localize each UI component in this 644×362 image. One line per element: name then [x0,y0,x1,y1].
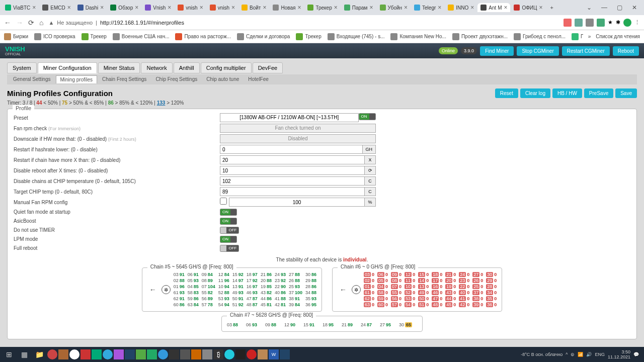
sub-tab[interactable]: Mining profiles [56,75,97,83]
url-text[interactable]: http://192.168.1.91/#/minerprofiles [100,20,184,26]
task-icon[interactable] [80,349,91,359]
bookmark-item[interactable]: Сделки и договора [237,33,290,40]
close-icon[interactable]: × [470,4,474,11]
sub-tab[interactable]: General Settings [9,75,55,83]
lpm-toggle[interactable]: ON [220,236,237,243]
preset-select[interactable]: [1380W AB-OFF / 1210W AB-ON] [~13.5TH] [220,113,359,122]
star-icon[interactable]: ★ [608,19,613,26]
bookmark-item[interactable]: Входящие (745) - s... [328,33,385,40]
close-icon[interactable]: × [135,4,138,11]
close-icon[interactable]: × [200,4,203,11]
main-tab[interactable]: System [7,62,37,73]
task-icon[interactable]: ▦ [17,348,31,361]
insecure-icon[interactable]: ▲ [48,20,54,26]
browser-tab[interactable]: EMCD× [39,3,73,12]
bookmark-item[interactable]: Трекер [82,33,107,40]
fullreboot-toggle[interactable]: OFF [220,245,239,252]
sub-tab[interactable]: Chain Freq Settings [98,75,150,83]
browser-tab[interactable]: ОФИЦ× [511,3,545,12]
browser-tab[interactable]: Обзор× [107,3,141,12]
main-tab[interactable]: Anthill [174,62,200,73]
close-icon[interactable]: × [539,4,542,11]
browser-tab[interactable]: Vnish× [142,3,174,12]
reload-icon[interactable]: ⟳ [28,19,34,27]
close-icon[interactable]: × [334,4,338,11]
bookmark-item[interactable]: Право на расторж... [175,33,230,40]
preset-toggle[interactable]: ON [359,113,376,120]
browser-tab[interactable]: Новая× [270,3,304,12]
manual-fan-checkbox[interactable] [220,198,227,205]
extensions-icon[interactable]: ✱ [616,19,620,26]
ext-icon[interactable] [564,19,572,27]
close-window-button[interactable]: ✕ [627,2,642,14]
task-icon[interactable] [247,349,257,359]
lang-indicator[interactable]: ENG [595,352,605,357]
task-icon[interactable] [280,349,290,359]
browser-tab[interactable]: Трекер× [304,3,340,12]
browser-tab[interactable]: vnish× [207,3,238,12]
reset-button[interactable]: Reset [495,88,518,98]
back-icon[interactable]: ← [4,19,11,27]
maximize-button[interactable]: ▢ [612,2,627,14]
telegram-icon[interactable] [158,349,168,359]
save-button[interactable]: Save [615,88,637,98]
bookmark-item[interactable]: Проект двухэтажн... [452,33,508,40]
browser-tab[interactable]: Dashi× [74,3,107,12]
new-tab-button[interactable]: + [546,5,557,11]
bookmark-item[interactable]: ICO проверка [34,33,75,40]
find-miner-button[interactable]: Find Miner [480,46,514,56]
browser-tab[interactable]: Войт× [238,3,269,12]
task-icon[interactable]: ₿ [213,349,223,359]
task-icon[interactable] [136,349,146,359]
notifications-icon[interactable]: 💬 [633,352,639,357]
asicboost-toggle[interactable]: ON [220,218,237,225]
browser-tab[interactable]: Telegr× [411,3,444,12]
task-icon[interactable] [92,349,102,359]
task-icon[interactable] [180,349,190,359]
clock[interactable]: 3:5011.12.2021 [608,349,630,359]
disable-reboot-input[interactable] [220,166,365,175]
bookmark-item[interactable]: Поиск в Интернете [572,33,583,40]
tray-chevron-icon[interactable]: ^ [566,352,568,357]
chain-prev-icon[interactable]: ← [147,286,158,294]
chain-prev-icon[interactable]: ← [338,286,349,294]
reading-list-button[interactable]: Список для чтения [596,34,640,39]
reboot-button[interactable]: Reboot [613,46,639,56]
browser-tab[interactable]: vnish× [175,3,206,12]
browser-tab[interactable]: ViaBTC× [2,3,39,12]
presave-button[interactable]: PreSave [584,88,613,98]
restart-chain-input[interactable] [220,155,365,164]
sub-tab[interactable]: HotelFee [244,75,273,83]
network-icon[interactable]: ⊚ [571,352,575,357]
start-button[interactable]: ⊞ [2,348,16,361]
main-tab[interactable]: Miner Configuration [38,62,97,73]
sub-tab[interactable]: Chip Freq Settings [151,75,201,83]
main-tab[interactable]: Miner Status [98,62,140,73]
close-icon[interactable]: × [370,4,373,11]
task-icon[interactable] [202,349,212,359]
task-icon[interactable] [125,349,135,359]
close-icon[interactable]: × [297,4,301,11]
main-tab[interactable]: DevFee [253,62,283,73]
main-tab[interactable]: Network [141,62,172,73]
sub-tab[interactable]: Chip auto tune [202,75,243,83]
close-icon[interactable]: × [438,4,441,11]
restart-cgminer-button[interactable]: Restart CGMiner [562,46,610,56]
volume-icon[interactable]: 🔊 [586,352,592,357]
stop-cgminer-button[interactable]: Stop CGMiner [517,46,558,56]
task-icon[interactable] [58,349,68,359]
bookmark-item[interactable]: Компания New Ho... [390,33,446,40]
chrome-icon[interactable] [69,349,79,359]
minimize-button[interactable]: ― [597,2,612,14]
bookmark-item[interactable]: Трекер [296,33,321,40]
task-icon[interactable] [169,349,179,359]
close-icon[interactable]: × [263,4,266,11]
weather-tray[interactable]: -8°C В осн. облачно [521,352,562,357]
browser-tab[interactable]: Убойн× [377,3,411,12]
fan-check-display[interactable]: Fan check turned on [220,124,376,133]
target-chip-input[interactable] [220,187,365,196]
ext-icon[interactable] [597,19,605,27]
manual-fan-input[interactable] [229,198,365,207]
edge-icon[interactable] [224,349,234,359]
close-icon[interactable]: × [504,4,507,11]
